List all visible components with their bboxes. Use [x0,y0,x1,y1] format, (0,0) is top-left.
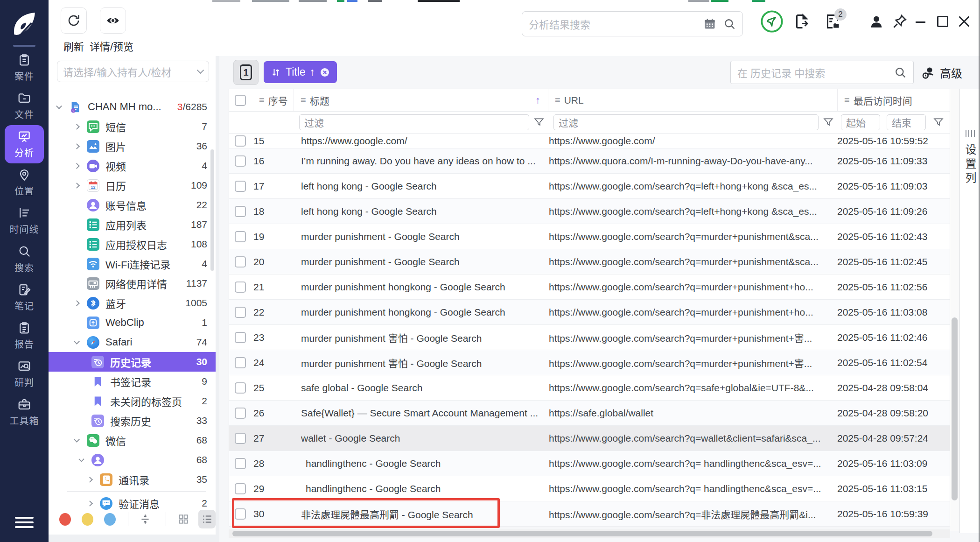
tree-item-accounts[interactable]: 账号信息22 [49,195,216,215]
sidebar-item-analysis[interactable]: 分析 [5,125,44,163]
scrollbar-thumb[interactable] [952,317,958,500]
time-start-input[interactable]: 起始 [841,114,880,130]
column-header-time[interactable]: ≡最后访问时间 [837,89,951,111]
owner-filter-select[interactable]: 请选择/输入持有人/检材 [57,61,209,82]
sidebar-item-toolbox[interactable]: 工具箱 [5,393,44,431]
close-icon[interactable] [319,67,330,78]
pin-icon[interactable] [891,13,908,30]
tree-item-safari[interactable]: Safari74 [49,332,216,352]
table-row[interactable]: 24murder punishment 害怕 - Google Searchht… [229,350,950,375]
tree-item-applist[interactable]: 应用列表187 [49,215,216,234]
tree-item-history[interactable]: 历史记录30 [49,352,216,372]
table-row[interactable]: 22murder punishment hongkong - Google Se… [229,300,950,325]
sort-chip-title[interactable]: Title ↑ [264,61,337,83]
advanced-search-button[interactable]: 高级 [921,64,962,81]
tree-item-bookmarks[interactable]: 书签记录9 [49,372,216,391]
table-row[interactable]: 29handlingthenc - Google Searchhttps://w… [229,476,950,501]
table-row[interactable]: 15https://www.google.com/https://www.goo… [229,134,950,148]
row-checkbox[interactable] [235,155,246,167]
tree-item-wechat[interactable]: 微信68 [49,430,216,450]
chevron-right-icon[interactable] [74,163,80,169]
sidebar-item-research[interactable]: 研判 [5,355,44,393]
export-icon[interactable] [793,13,810,30]
row-checkbox[interactable] [235,307,246,318]
sidebar-item-notes[interactable]: 笔记 [5,278,44,317]
row-checkbox[interactable] [235,483,246,494]
chevron-right-icon[interactable] [74,124,80,130]
sort-arrow-up[interactable]: ↑ [535,94,540,106]
tree-scrollbar[interactable] [210,149,214,271]
collapse-all-icon[interactable] [137,510,154,528]
table-row[interactable]: 21murder punishment hongkong - Google Se… [229,275,950,300]
menu-hamburger-icon[interactable] [15,517,34,529]
table-search-input[interactable]: 在 历史记录 中搜索 [730,61,914,84]
row-checkbox[interactable] [235,135,246,147]
tree-item-app-auth-log[interactable]: 应用授权日志108 [49,234,216,254]
table-row[interactable]: 30非法處理屍體最高刑罰 - Google Searchhttps://www.… [229,501,950,527]
close-button[interactable] [956,13,973,30]
tree-item-bluetooth[interactable]: 蓝牙1005 [49,293,216,313]
sidebar-item-location[interactable]: 位置 [5,163,44,202]
sidebar-item-timeline[interactable]: 时间线 [5,202,44,240]
row-checkbox[interactable] [235,508,246,520]
chevron-expanded-icon[interactable] [74,436,80,443]
table-row[interactable]: 16I’m running away. Do you have any idea… [229,148,950,174]
chevron-right-icon[interactable] [87,477,93,483]
row-checkbox[interactable] [235,458,246,469]
table-row[interactable]: 23murder punishment 害怕 - Google Searchht… [229,325,950,350]
sidebar-item-search[interactable]: 搜索 [5,240,44,278]
tree-item-videos[interactable]: 视频4 [49,156,216,176]
chevron-right-icon[interactable] [74,300,80,306]
row-checkbox[interactable] [235,433,246,444]
filter-funnel-icon[interactable] [932,116,945,128]
chevron-expanded-icon[interactable] [78,456,84,462]
tree-item-wechat-account[interactable]: 68 [49,450,216,470]
filter-funnel-icon[interactable] [533,116,545,128]
row-checkbox[interactable] [235,181,246,192]
row-checkbox[interactable] [235,357,246,368]
tree-item-webclip[interactable]: WebClip1 [49,313,216,332]
row-checkbox[interactable] [235,282,246,293]
tag-navigation-icon[interactable] [760,9,784,34]
time-end-input[interactable]: 结束 [887,114,926,130]
tree-item-contacts[interactable]: 通讯录35 [49,470,216,489]
tag-blue-circle[interactable] [104,513,116,526]
row-checkbox[interactable] [235,231,246,242]
scrollbar-thumb[interactable] [232,531,932,536]
column-settings-panel[interactable]: 设置列 [959,89,980,533]
tag-red-circle[interactable] [59,513,71,526]
user-icon[interactable] [868,13,885,30]
vertical-scrollbar[interactable] [950,89,959,531]
chevron-right-icon[interactable] [74,183,80,189]
sidebar-item-files[interactable]: 文件 [5,87,44,125]
sidebar-item-report[interactable]: 报告 [5,317,44,355]
list-view-icon[interactable] [198,510,216,528]
column-header-title[interactable]: ≡标题↑ [294,89,548,111]
preview-button[interactable] [100,7,126,34]
table-row[interactable]: 28handlingthenc - Google Searchhttps://w… [229,451,950,476]
table-row-selected[interactable]: 27wallet - Google Searchhttps://www.goog… [229,426,950,451]
maximize-button[interactable] [934,13,951,30]
select-all-checkbox[interactable] [235,95,246,106]
table-row[interactable]: 18left hong kong - Google Searchhttps://… [229,199,950,224]
tree-item-calendar[interactable]: 12 日历109 [49,176,216,195]
search-icon[interactable] [894,66,907,79]
column-header-url[interactable]: ≡URL [548,89,837,111]
table-row[interactable]: 17left hong kong - Google Searchhttps://… [229,174,950,199]
chevron-expanded-icon[interactable] [56,103,62,109]
url-filter-input[interactable]: 过滤 [553,114,819,130]
column-header-seq[interactable]: ≡序号 [252,89,294,111]
refresh-button[interactable] [61,7,87,34]
search-icon[interactable] [723,17,736,30]
row-checkbox[interactable] [235,206,246,217]
tree-item-open-tabs[interactable]: 未关闭的标签页2 [49,391,216,411]
tree-item-wifi[interactable]: Wi-Fi连接记录4 [49,254,216,274]
filter-funnel-icon[interactable] [822,116,834,128]
report-review-icon[interactable]: 2 [824,13,841,30]
row-checkbox[interactable] [235,256,246,267]
tree-item-search-history[interactable]: 搜索历史33 [49,411,216,430]
row-checkbox[interactable] [235,408,246,419]
calendar-icon[interactable] [703,17,716,30]
tree-item-device-root[interactable]: ? CHAN MH mo... 3/6285 [49,97,216,117]
global-search-input[interactable]: 分析结果搜索 [522,11,743,36]
